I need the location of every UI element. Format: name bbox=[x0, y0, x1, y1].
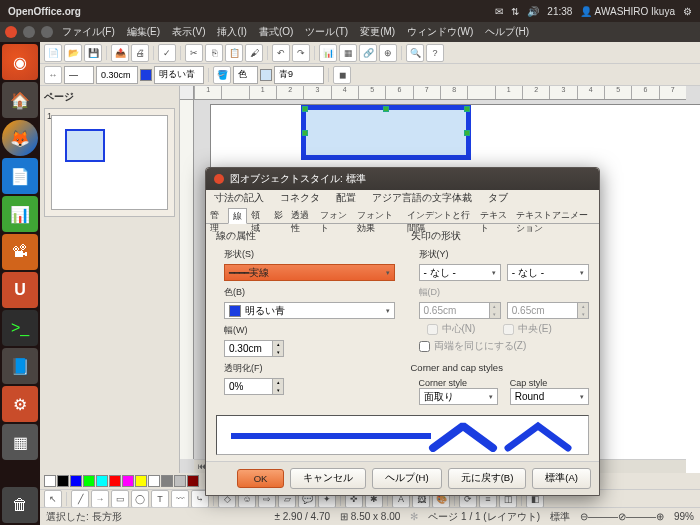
menu-modify[interactable]: 変更(M) bbox=[356, 23, 399, 41]
color-swatch[interactable] bbox=[57, 475, 69, 487]
trash-icon[interactable]: 🗑 bbox=[2, 487, 38, 523]
color-swatch[interactable] bbox=[96, 475, 108, 487]
user-label[interactable]: 👤 AWASHIRO Ikuya bbox=[580, 6, 675, 17]
color-swatch[interactable] bbox=[109, 475, 121, 487]
ok-button[interactable]: OK bbox=[237, 469, 285, 488]
tab-shadow[interactable]: 影 bbox=[270, 208, 287, 223]
color-swatch[interactable] bbox=[70, 475, 82, 487]
line-style-combo[interactable]: ━━━━ 実線▾ bbox=[224, 264, 395, 281]
color-swatch[interactable] bbox=[83, 475, 95, 487]
text-icon[interactable]: T bbox=[151, 490, 169, 508]
zoom-slider[interactable]: ⊖———⊘———⊕ bbox=[580, 511, 664, 522]
arrow-left-combo[interactable]: - なし -▾ bbox=[419, 264, 501, 281]
home-icon[interactable]: 🏠 bbox=[2, 82, 38, 118]
tab-align[interactable]: 配置 bbox=[328, 190, 364, 208]
chart-icon[interactable]: 📊 bbox=[319, 44, 337, 62]
calc-icon[interactable]: 📊 bbox=[2, 196, 38, 232]
tab-admin[interactable]: 管理 bbox=[206, 208, 228, 223]
revert-button[interactable]: 元に戻す(B) bbox=[448, 468, 527, 489]
menu-help[interactable]: ヘルプ(H) bbox=[481, 23, 533, 41]
window-close-icon[interactable] bbox=[4, 25, 18, 39]
redo-icon[interactable]: ↷ bbox=[292, 44, 310, 62]
terminal-icon[interactable]: >_ bbox=[2, 310, 38, 346]
tab-text[interactable]: テキスト bbox=[476, 208, 513, 223]
nav-icon[interactable]: ⊕ bbox=[379, 44, 397, 62]
color-swatch[interactable] bbox=[122, 475, 134, 487]
workspace-icon[interactable]: ▦ bbox=[2, 424, 38, 460]
page-thumb-1[interactable]: 1 bbox=[44, 108, 175, 217]
network-icon[interactable]: ⇅ bbox=[511, 6, 519, 17]
sync-cbx[interactable]: 両端を同じにする(Z) bbox=[411, 339, 590, 353]
color-swatch[interactable] bbox=[148, 475, 160, 487]
tab-line[interactable]: 線 bbox=[228, 208, 247, 224]
status-zoom[interactable]: 99% bbox=[674, 511, 694, 522]
tab-indent[interactable]: インデントと行間隔 bbox=[403, 208, 475, 223]
fill-color-combo[interactable]: 青9 bbox=[274, 66, 324, 84]
rect-icon[interactable]: ▭ bbox=[111, 490, 129, 508]
corner-style-combo[interactable]: 面取り▾ bbox=[419, 388, 498, 405]
menu-format[interactable]: 書式(O) bbox=[255, 23, 297, 41]
tab-font[interactable]: フォント bbox=[316, 208, 353, 223]
color-swatch[interactable] bbox=[174, 475, 186, 487]
undo-icon[interactable]: ↶ bbox=[272, 44, 290, 62]
tab-tab[interactable]: タブ bbox=[480, 190, 516, 208]
impress-icon[interactable]: 📽 bbox=[2, 234, 38, 270]
ellipse-icon[interactable]: ◯ bbox=[131, 490, 149, 508]
app-icon[interactable]: 📘 bbox=[2, 348, 38, 384]
arrow-icon[interactable]: ↔ bbox=[44, 66, 62, 84]
menu-view[interactable]: 表示(V) bbox=[168, 23, 209, 41]
brush-icon[interactable]: 🖌 bbox=[245, 44, 263, 62]
cut-icon[interactable]: ✂ bbox=[185, 44, 203, 62]
print-icon[interactable]: 🖨 bbox=[131, 44, 149, 62]
transp-spinner[interactable]: 0%▴▾ bbox=[224, 378, 284, 395]
arrow-right-combo[interactable]: - なし -▾ bbox=[507, 264, 589, 281]
window-min-icon[interactable] bbox=[22, 25, 36, 39]
software-icon[interactable]: U bbox=[2, 272, 38, 308]
tab-dimension[interactable]: 寸法の記入 bbox=[206, 190, 272, 208]
line-color-swatch[interactable] bbox=[140, 69, 152, 81]
rectangle-shape[interactable] bbox=[301, 105, 471, 160]
mail-icon[interactable]: ✉ bbox=[495, 6, 503, 17]
close-icon[interactable] bbox=[214, 174, 224, 184]
menu-edit[interactable]: 編集(E) bbox=[123, 23, 164, 41]
zoom-icon[interactable]: 🔍 bbox=[406, 44, 424, 62]
menu-file[interactable]: ファイル(F) bbox=[58, 23, 119, 41]
tab-asian[interactable]: アジア言語の文字体裁 bbox=[364, 190, 480, 208]
line-style-combo[interactable]: — bbox=[64, 66, 94, 84]
copy-icon[interactable]: ⎘ bbox=[205, 44, 223, 62]
shadow-icon[interactable]: ◼ bbox=[333, 66, 351, 84]
select-icon[interactable]: ↖ bbox=[44, 490, 62, 508]
tab-textanim[interactable]: テキストアニメーション bbox=[512, 208, 599, 223]
tab-connector[interactable]: コネクタ bbox=[272, 190, 328, 208]
line-width-spinner[interactable]: 0.30cm bbox=[96, 66, 138, 84]
menu-window[interactable]: ウィンドウ(W) bbox=[403, 23, 477, 41]
save-icon[interactable]: 💾 bbox=[84, 44, 102, 62]
menu-insert[interactable]: 挿入(I) bbox=[213, 23, 250, 41]
line-icon[interactable]: ╱ bbox=[71, 490, 89, 508]
export-icon[interactable]: 📤 bbox=[111, 44, 129, 62]
tab-trans[interactable]: 透過性 bbox=[287, 208, 316, 223]
open-icon[interactable]: 📂 bbox=[64, 44, 82, 62]
table-icon[interactable]: ▦ bbox=[339, 44, 357, 62]
line-color-combo[interactable]: 明るい青▾ bbox=[224, 302, 395, 319]
help-button[interactable]: ヘルプ(H) bbox=[372, 468, 441, 489]
tab-area[interactable]: 領域 bbox=[247, 208, 269, 223]
dialog-titlebar[interactable]: 図オブジェクトスタイル: 標準 bbox=[206, 168, 599, 190]
fill-color-swatch[interactable] bbox=[260, 69, 272, 81]
spell-icon[interactable]: ✓ bbox=[158, 44, 176, 62]
fill-type-combo[interactable]: 色 bbox=[233, 66, 258, 84]
dash-icon[interactable]: ◉ bbox=[2, 44, 38, 80]
new-icon[interactable]: 📄 bbox=[44, 44, 62, 62]
cap-style-combo[interactable]: Round▾ bbox=[510, 388, 589, 405]
color-swatch[interactable] bbox=[44, 475, 56, 487]
fill-icon[interactable]: 🪣 bbox=[213, 66, 231, 84]
gear-icon[interactable]: ⚙ bbox=[683, 6, 692, 17]
firefox-icon[interactable]: 🦊 bbox=[2, 120, 38, 156]
color-swatch[interactable] bbox=[161, 475, 173, 487]
standard-button[interactable]: 標準(A) bbox=[532, 468, 591, 489]
line-color-combo[interactable]: 明るい青 bbox=[154, 66, 204, 84]
help-icon[interactable]: ? bbox=[426, 44, 444, 62]
volume-icon[interactable]: 🔊 bbox=[527, 6, 539, 17]
paste-icon[interactable]: 📋 bbox=[225, 44, 243, 62]
settings-icon[interactable]: ⚙ bbox=[2, 386, 38, 422]
